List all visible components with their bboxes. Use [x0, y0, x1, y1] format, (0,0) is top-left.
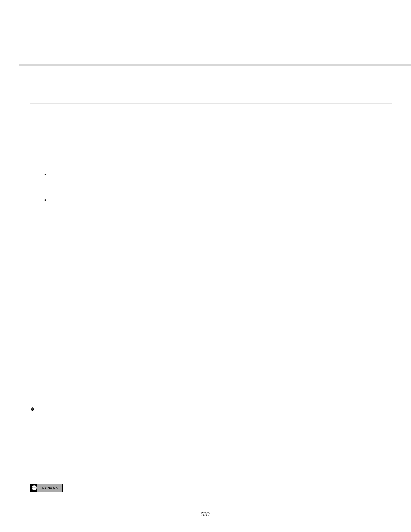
page-number: 532 — [0, 511, 411, 518]
intro-section — [30, 104, 392, 255]
list-item — [30, 172, 392, 180]
cc-license-badge: CC BY-NC-SA — [30, 484, 63, 492]
list-item — [30, 198, 392, 206]
diamond-list-item — [30, 406, 392, 415]
bullet-list — [30, 172, 392, 206]
cc-mark: CC — [32, 485, 37, 490]
body-section — [30, 255, 392, 476]
main-content: CC BY-NC-SA — [30, 86, 392, 492]
header-rule — [19, 64, 411, 66]
cc-terms: BY-NC-SA — [37, 484, 62, 492]
cc-logo-icon: CC — [31, 484, 37, 492]
